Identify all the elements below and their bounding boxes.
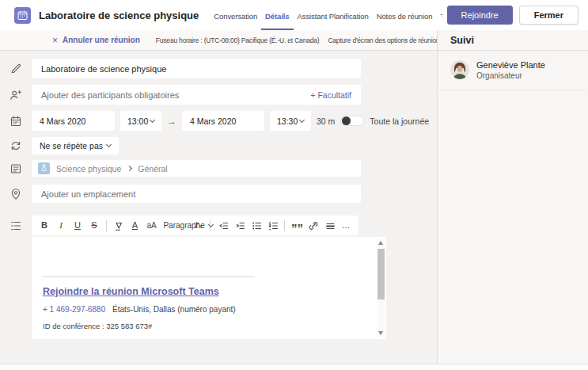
start-time-value: 13:00 xyxy=(127,116,148,126)
scrollbar-thumb[interactable] xyxy=(377,249,385,299)
participants-row: + Facultatif xyxy=(0,85,437,105)
chevron-down-icon xyxy=(208,221,214,227)
attendee-name: Geneviève Plante xyxy=(476,60,545,70)
chevron-down-icon xyxy=(106,142,112,147)
font-color-button[interactable]: A xyxy=(130,216,139,235)
bold-button[interactable]: B xyxy=(40,216,49,235)
tab-meeting-notes[interactable]: Notes de réunion xyxy=(373,0,437,30)
tab-details[interactable]: Détails xyxy=(261,0,293,30)
meeting-title-input[interactable] xyxy=(41,64,351,74)
conference-id-label: ID de conférence : 325 583 673# xyxy=(43,322,152,330)
underline-button[interactable]: U xyxy=(73,216,82,235)
add-participants-input[interactable] xyxy=(41,90,304,100)
scroll-down-icon[interactable] xyxy=(378,331,383,335)
tracking-title: Suivi xyxy=(438,30,588,51)
calendar-icon xyxy=(0,111,32,131)
meeting-options-link[interactable]: Capture d'écran des options de réunion xyxy=(328,36,437,44)
team-name: Science physique xyxy=(56,164,121,174)
channel-icon xyxy=(0,160,32,177)
tracking-panel: Suivi Geneviève Plante Organisateur xyxy=(437,30,588,364)
bottom-strip xyxy=(0,364,588,370)
title-row xyxy=(0,59,437,78)
agenda-icon xyxy=(0,216,32,339)
end-time-value: 13:30 xyxy=(277,116,298,126)
dial-in-line: + 1 469-297-6880 États-Unis, Dallas (num… xyxy=(43,305,236,314)
toggle-knob xyxy=(342,116,351,125)
breadcrumb-separator-icon xyxy=(127,166,132,171)
tab-scheduling-assistant[interactable]: Assistant Planification xyxy=(294,0,373,30)
location-pin-icon xyxy=(0,185,32,203)
all-day-toggle[interactable] xyxy=(340,116,364,126)
add-person-icon xyxy=(0,85,32,105)
arrow-right-icon: → xyxy=(167,116,176,127)
recurrence-row: Ne se répète pas xyxy=(0,137,437,154)
font-size-button[interactable]: aA xyxy=(146,216,156,235)
tab-conversation[interactable]: Conversation xyxy=(210,0,261,30)
page-title: Laboratoire de science physique xyxy=(39,10,199,21)
highlight-button[interactable] xyxy=(113,220,123,231)
chevron-down-icon xyxy=(150,116,155,122)
location-row xyxy=(0,185,437,203)
cancel-meeting-label: Annuler une réunion xyxy=(63,36,140,44)
meeting-calendar-icon xyxy=(14,7,31,24)
clear-format-button[interactable]: Tx xyxy=(193,216,203,236)
end-date-field[interactable]: 4 Mars 2020 xyxy=(182,111,264,131)
numbered-list-button[interactable] xyxy=(267,220,277,231)
pencil-icon xyxy=(0,59,32,78)
join-meeting-link[interactable]: Rejoindre la réunion Microsoft Teams xyxy=(43,286,219,297)
meeting-form: + Facultatif 4 Mars 2020 13:00 xyxy=(0,51,437,364)
timezone-selector[interactable]: Fuseau horaire : (UTC-08:00) Pacifique (… xyxy=(156,36,320,44)
teams-meeting-window: Laboratoire de science physique Conversa… xyxy=(0,0,588,370)
more-options-button[interactable]: … xyxy=(341,216,351,235)
end-time-dropdown[interactable]: 13:30 xyxy=(270,111,311,131)
duration-label: 30 m xyxy=(317,116,335,126)
outdent-button[interactable] xyxy=(218,220,227,231)
attendee-role: Organisateur xyxy=(476,71,545,80)
channel-name: Général xyxy=(138,164,167,174)
action-bar: × Annuler une réunion Fuseau horaire : (… xyxy=(0,30,437,51)
start-time-dropdown[interactable]: 13:00 xyxy=(120,111,161,131)
start-date-value: 4 Mars 2020 xyxy=(40,116,85,126)
avatar xyxy=(450,60,469,79)
location-input[interactable] xyxy=(41,189,351,199)
channel-row: Science physique Général xyxy=(0,160,437,177)
scroll-up-icon[interactable] xyxy=(378,241,383,245)
description-row: B I U S A aA Paragraphe xyxy=(0,216,437,339)
phone-location-label: États-Unis, Dallas (numéro payant) xyxy=(112,305,236,314)
end-date-value: 4 Mars 2020 xyxy=(190,116,236,126)
cancel-meeting-button[interactable]: × Annuler une réunion xyxy=(52,36,140,44)
formatting-toolbar: B I U S A aA Paragraphe xyxy=(32,216,358,235)
phone-number-link[interactable]: + 1 469-297-6880 xyxy=(43,305,105,314)
bullet-list-button[interactable] xyxy=(251,220,260,231)
schedule-row: 4 Mars 2020 13:00 → 4 Mars 2020 13:30 30… xyxy=(0,111,437,131)
tab-bar: Conversation Détails Assistant Planifica… xyxy=(210,0,442,30)
signature-divider xyxy=(43,277,255,277)
start-date-field[interactable]: 4 Mars 2020 xyxy=(32,111,115,131)
link-button[interactable] xyxy=(308,220,317,231)
all-day-label: Toute la journée xyxy=(370,116,429,126)
channel-breadcrumb[interactable]: Science physique Général xyxy=(32,160,361,177)
horizontal-rule-button[interactable] xyxy=(324,220,334,231)
recurrence-value: Ne se répète pas xyxy=(40,141,103,151)
team-avatar-icon xyxy=(38,162,50,174)
recurrence-dropdown[interactable]: Ne se répète pas xyxy=(32,137,119,154)
quote-button[interactable]: ”” xyxy=(291,225,301,231)
repeat-icon xyxy=(0,137,32,154)
attendee-info: Geneviève Plante Organisateur xyxy=(476,60,545,80)
join-button[interactable]: Rejoindre xyxy=(447,6,513,25)
indent-button[interactable] xyxy=(234,220,244,231)
editor-scrollbar[interactable] xyxy=(377,239,385,337)
italic-button[interactable]: I xyxy=(56,216,66,235)
close-button[interactable]: Fermer xyxy=(519,6,579,25)
meeting-header: Laboratoire de science physique Conversa… xyxy=(0,0,588,30)
close-x-icon: × xyxy=(52,36,58,44)
paragraph-dropdown[interactable]: Paragraphe xyxy=(163,216,186,235)
add-optional-link[interactable]: + Facultatif xyxy=(310,90,351,100)
attendee-row[interactable]: Geneviève Plante Organisateur xyxy=(439,51,586,90)
strikethrough-button[interactable]: S xyxy=(89,216,99,235)
chevron-down-icon xyxy=(299,116,305,122)
tab-whiteboard[interactable]: Tableau blanc xyxy=(436,0,442,30)
header-buttons: Rejoindre Fermer xyxy=(447,6,579,25)
description-editor[interactable]: Rejoindre la réunion Microsoft Teams + 1… xyxy=(32,237,386,339)
